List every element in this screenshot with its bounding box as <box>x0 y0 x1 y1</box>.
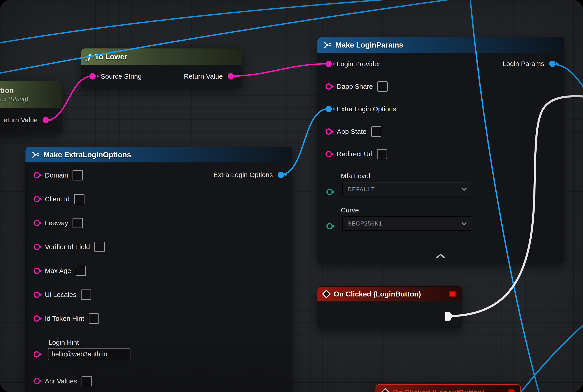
redirect-url-value-box[interactable] <box>377 149 387 159</box>
mfa-level-pin[interactable] <box>326 189 333 195</box>
node-on-clicked-logout-button[interactable]: On Clicked (LogoutButton) <box>376 384 521 392</box>
acr-values-value-box[interactable] <box>82 376 92 386</box>
node-make-extra-title: Make ExtraLoginOptions <box>44 150 131 159</box>
row-curve: Curve SECP256K1 <box>318 206 564 231</box>
extra-login-options-in-pin[interactable] <box>326 106 332 112</box>
make-struct-icon <box>31 152 40 158</box>
leeway-value-box[interactable] <box>72 218 83 228</box>
dapp-share-label: Dapp Share <box>337 83 373 90</box>
function-icon: ƒ <box>87 52 91 62</box>
row-leeway: Leeway <box>26 211 292 235</box>
domain-label: Domain <box>45 172 68 179</box>
extra-login-options-out-pin[interactable] <box>278 172 284 178</box>
login-hint-label: Login Hint <box>48 338 292 346</box>
node-partial-header[interactable]: tion ox (String) <box>0 81 62 108</box>
client-id-label: Client Id <box>45 195 70 203</box>
node-to-lower-header[interactable]: ƒ To Lower <box>81 48 242 65</box>
return-value-label: Return Value <box>184 72 223 80</box>
chevron-up-icon <box>436 254 446 259</box>
make-struct-icon <box>323 42 331 48</box>
leeway-pin[interactable] <box>34 220 40 226</box>
curve-value: SECP256K1 <box>348 220 382 227</box>
collapse-chevron-button[interactable] <box>436 254 446 260</box>
row-redirect-url: Redirect Url <box>318 143 564 165</box>
row-client-id: Client Id <box>26 187 292 211</box>
mfa-level-value: DEFAULT <box>348 186 375 192</box>
row-id-token-hint: Id Token Hint <box>26 306 292 330</box>
domain-pin[interactable] <box>34 172 40 178</box>
login-provider-pin[interactable] <box>326 61 332 67</box>
client-id-value-box[interactable] <box>74 194 84 204</box>
id-token-hint-value-box[interactable] <box>89 313 99 324</box>
delegate-box-icon[interactable] <box>450 291 456 297</box>
leeway-label: Leeway <box>45 219 68 227</box>
max-age-value-box[interactable] <box>76 266 86 276</box>
curve-dropdown[interactable]: SECP256K1 <box>342 216 472 231</box>
curve-label: Curve <box>341 206 564 214</box>
max-age-label: Max Age <box>45 267 71 275</box>
row-ui-locales: Ui Locales <box>26 283 292 306</box>
id-token-hint-label: Id Token Hint <box>45 315 84 322</box>
row-max-age: Max Age <box>26 259 292 283</box>
ui-locales-label: Ui Locales <box>45 291 76 298</box>
redirect-url-label: Redirect Url <box>337 150 372 158</box>
extra-login-options-out-label: Extra Login Options <box>214 171 273 179</box>
node-partial-textbox[interactable]: tion ox (String) eturn Value <box>0 81 62 133</box>
wire-blue-corner[interactable] <box>516 319 583 392</box>
node-make-extra-login-options[interactable]: Make ExtraLoginOptions Domain Client Id … <box>25 147 292 392</box>
source-string-label: Source String <box>101 72 142 80</box>
node-make-login-params[interactable]: Make LoginParams Login Provider Dapp Sha… <box>317 37 564 263</box>
node-make-extra-header[interactable]: Make ExtraLoginOptions <box>26 147 292 162</box>
row-mfa-level: Mfa Level DEFAULT <box>318 172 564 196</box>
max-age-pin[interactable] <box>34 268 40 274</box>
row-login-hint: Login Hint <box>26 330 292 369</box>
client-id-pin[interactable] <box>34 196 40 202</box>
event-header[interactable]: On Clicked (LogoutButton) <box>376 385 520 392</box>
exec-out-pin[interactable] <box>445 312 453 320</box>
id-token-hint-pin[interactable] <box>34 316 40 322</box>
ui-locales-pin[interactable] <box>34 292 40 298</box>
acr-values-pin[interactable] <box>34 378 40 384</box>
domain-value-box[interactable] <box>72 170 83 180</box>
node-to-lower-title: To Lower <box>95 52 127 61</box>
acr-values-label: Acr Values <box>45 377 77 385</box>
row-acr-values: Acr Values <box>26 369 292 392</box>
source-string-pin[interactable] <box>90 73 96 80</box>
return-value-pin[interactable] <box>228 73 234 80</box>
wire-tolower-to-login-provider[interactable] <box>230 64 328 76</box>
node-on-clicked-login-button[interactable]: On Clicked (LoginButton) <box>317 286 462 328</box>
login-params-out-label: Login Params <box>502 60 544 68</box>
dapp-share-pin[interactable] <box>326 83 332 90</box>
login-params-out-pin[interactable] <box>549 60 556 67</box>
node-to-lower[interactable]: ƒ To Lower Source String Return Value <box>81 48 242 88</box>
dapp-share-value-box[interactable] <box>377 81 388 92</box>
partial-return-value-pin[interactable] <box>42 117 49 123</box>
ui-locales-value-box[interactable] <box>81 290 91 300</box>
delegate-box-icon[interactable] <box>508 389 514 392</box>
chevron-down-icon <box>461 222 467 225</box>
login-provider-label: Login Provider <box>337 60 380 68</box>
event-diamond-icon <box>381 388 390 392</box>
row-dapp-share: Dapp Share <box>318 75 564 98</box>
partial-return-value-label: eturn Value <box>4 116 38 124</box>
chevron-down-icon <box>461 188 467 191</box>
event-header[interactable]: On Clicked (LoginButton) <box>318 286 462 302</box>
node-make-login-header[interactable]: Make LoginParams <box>318 38 564 53</box>
verifier-id-field-label: Verifier Id Field <box>45 243 90 251</box>
node-partial-title: tion <box>0 86 14 95</box>
extra-login-options-in-label: Extra Login Options <box>337 105 396 113</box>
verifier-id-field-value-box[interactable] <box>94 242 105 252</box>
login-hint-pin[interactable] <box>34 351 40 358</box>
login-hint-input[interactable] <box>48 348 130 360</box>
verifier-id-field-pin[interactable] <box>34 244 40 250</box>
row-verifier-id-field: Verifier Id Field <box>26 235 292 259</box>
curve-pin[interactable] <box>326 223 333 229</box>
node-make-login-title: Make LoginParams <box>336 41 403 49</box>
blueprint-graph-canvas[interactable]: tion ox (String) eturn Value ƒ To Lower … <box>0 0 583 392</box>
row-extra-login-options: Extra Login Options <box>318 98 564 120</box>
app-state-value-box[interactable] <box>371 126 382 137</box>
on-clicked-login-title: On Clicked (LoginButton) <box>334 290 421 298</box>
mfa-level-dropdown[interactable]: DEFAULT <box>342 182 472 196</box>
redirect-url-pin[interactable] <box>326 151 332 157</box>
app-state-pin[interactable] <box>326 128 332 135</box>
